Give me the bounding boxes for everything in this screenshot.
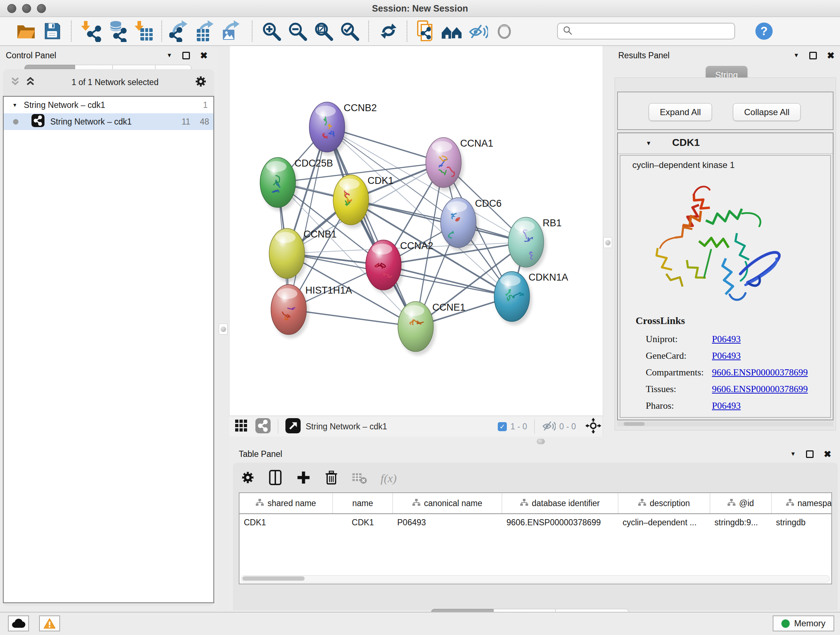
node-RB1[interactable]: RB1 — [508, 217, 562, 271]
expand-all-networks-icon[interactable] — [10, 77, 20, 88]
close-panel-icon[interactable]: ✖ — [200, 51, 208, 60]
title-bar: Session: New Session — [0, 0, 840, 17]
node-CDKN1A[interactable]: CDKN1A — [494, 272, 568, 325]
table-cell[interactable]: CDK1 — [240, 518, 333, 527]
shared-column-icon — [786, 499, 794, 508]
float-results-icon[interactable] — [809, 52, 817, 59]
table-options-gear-icon[interactable] — [241, 470, 255, 486]
table-cell[interactable]: CDK1 — [333, 518, 393, 527]
node-CDC25B[interactable]: CDC25B — [260, 157, 333, 211]
left-splitter[interactable] — [217, 46, 229, 612]
export-image-icon[interactable] — [220, 19, 246, 43]
collapse-results-icon[interactable]: ▼ — [793, 52, 799, 58]
node-table-card: f(x) shared namenamecanonical namedataba… — [233, 463, 838, 610]
zoom-fit-icon[interactable] — [310, 19, 336, 43]
close-table-panel-icon[interactable]: ✖ — [824, 450, 831, 459]
node-table[interactable]: shared namenamecanonical namedatabase id… — [239, 492, 832, 584]
collection-count: 1 — [203, 100, 208, 110]
memory-button[interactable]: Memory — [773, 616, 834, 631]
export-network-icon[interactable] — [168, 19, 194, 43]
detach-view-icon[interactable] — [286, 418, 301, 435]
edge-CCNB2-CCNE1[interactable] — [327, 127, 416, 326]
table-cell[interactable]: cyclin–dependent ... — [618, 518, 710, 527]
delete-column-trash-icon[interactable] — [324, 470, 339, 487]
crosslink-link[interactable]: P06493 — [712, 334, 741, 345]
network-collection-row[interactable]: ▼ String Network – cdk1 1 — [4, 97, 213, 113]
add-column-icon[interactable] — [296, 470, 311, 486]
node-CCNA1[interactable]: CCNA1 — [426, 138, 493, 191]
zoom-in-icon[interactable] — [258, 19, 284, 43]
node-CDC6[interactable]: CDC6 — [441, 198, 502, 251]
node-HIST1H1A[interactable]: HIST1H1A — [271, 285, 352, 338]
network-canvas[interactable]: CCNB2CCNA1CDC25BCDK1CDC6RB1CCNB1CCNA2CDK… — [229, 46, 603, 416]
cloud-button[interactable] — [8, 616, 29, 631]
table-cell[interactable]: P06493 — [393, 518, 502, 527]
collapse-all-networks-icon[interactable] — [25, 77, 35, 88]
protein-expand-icon[interactable]: ▼ — [646, 141, 652, 146]
crosslink-link[interactable]: P06493 — [712, 350, 741, 361]
import-network-file-icon[interactable] — [77, 19, 103, 43]
float-table-panel-icon[interactable] — [806, 450, 813, 458]
grid-view-icon[interactable] — [235, 420, 248, 433]
network-view-toolbar: String Network – cdk1 ✓ 1 - 0 0 - 0 — [229, 416, 603, 438]
crosslink-link[interactable]: P06493 — [712, 401, 741, 411]
column-header-description[interactable]: description — [618, 493, 710, 513]
share-document-icon[interactable] — [413, 19, 439, 43]
network-row-selected[interactable]: String Network – cdk1 11 48 — [4, 113, 213, 130]
column-header-database-identifier[interactable]: database identifier — [502, 493, 618, 513]
help-button[interactable]: ? — [751, 19, 777, 43]
import-table-icon[interactable] — [129, 19, 156, 43]
delete-table-icon — [352, 470, 368, 486]
search-box[interactable] — [557, 23, 735, 40]
selected-checkbox-icon[interactable]: ✓ — [498, 422, 507, 431]
import-network-database-icon[interactable] — [103, 19, 129, 43]
column-header-name[interactable]: name — [333, 493, 393, 513]
column-header-@id[interactable]: @id — [710, 493, 772, 513]
window-title: Session: New Session — [0, 0, 840, 17]
crosslink-link[interactable]: 9606.ENSP00000378699 — [712, 384, 808, 394]
left-splitter-handle[interactable] — [219, 324, 227, 334]
horizontal-splitter-handle[interactable] — [537, 439, 545, 444]
collapse-panel-icon[interactable]: ▼ — [166, 52, 172, 58]
collapse-table-panel-icon[interactable]: ▼ — [790, 451, 796, 457]
node-CCNE1[interactable]: CCNE1 — [398, 302, 466, 355]
horizontal-splitter[interactable] — [229, 437, 840, 445]
home-icon[interactable] — [439, 19, 465, 43]
show-columns-icon[interactable] — [268, 469, 283, 487]
search-input[interactable] — [573, 26, 726, 36]
zoom-selected-icon[interactable] — [336, 19, 363, 43]
column-header-shared-name[interactable]: shared name — [240, 493, 333, 513]
birds-eye-view-icon[interactable] — [585, 418, 601, 435]
column-header-namespace[interactable]: namespace — [772, 493, 832, 513]
toolbar-separator — [252, 21, 253, 42]
results-scrollbar[interactable] — [617, 421, 834, 426]
shared-column-icon — [520, 499, 528, 508]
save-session-icon[interactable] — [39, 19, 65, 43]
float-panel-icon[interactable] — [182, 52, 190, 59]
node-CCNB1[interactable]: CCNB1 — [269, 228, 337, 282]
table-cell[interactable]: stringdb:9... — [710, 518, 772, 527]
preview-eye-icon[interactable] — [491, 19, 517, 43]
results-splitter-handle[interactable] — [603, 237, 612, 248]
crosslink-link[interactable]: 9606.ENSP00000378699 — [712, 367, 808, 378]
table-horizontal-scrollbar[interactable] — [241, 575, 830, 583]
export-table-icon[interactable] — [194, 19, 220, 43]
protein-section-header[interactable]: ▼ CDK1 — [618, 133, 833, 154]
table-cell[interactable]: 9606.ENSP00000378699 — [502, 518, 618, 527]
table-row[interactable]: CDK1CDK1P064939606.ENSP00000378699cyclin… — [240, 514, 831, 531]
open-session-icon[interactable] — [13, 19, 39, 43]
zoom-out-icon[interactable] — [284, 19, 310, 43]
node-CCNB2[interactable]: CCNB2 — [309, 102, 377, 156]
table-cell[interactable]: stringdb — [772, 518, 832, 527]
network-view-icon[interactable] — [256, 418, 271, 435]
collapse-all-button[interactable]: Collapse All — [733, 103, 801, 121]
edge-CCNB2-HIST1H1A[interactable] — [289, 127, 327, 310]
expand-all-button[interactable]: Expand All — [649, 103, 712, 121]
collection-expand-icon[interactable]: ▼ — [12, 102, 17, 108]
close-results-icon[interactable]: ✖ — [827, 51, 835, 60]
column-header-canonical-name[interactable]: canonical name — [393, 493, 502, 513]
network-options-gear-icon[interactable] — [195, 75, 207, 89]
refresh-icon[interactable] — [375, 19, 401, 43]
hide-panel-icon[interactable] — [465, 19, 491, 43]
warnings-button[interactable] — [39, 616, 60, 631]
